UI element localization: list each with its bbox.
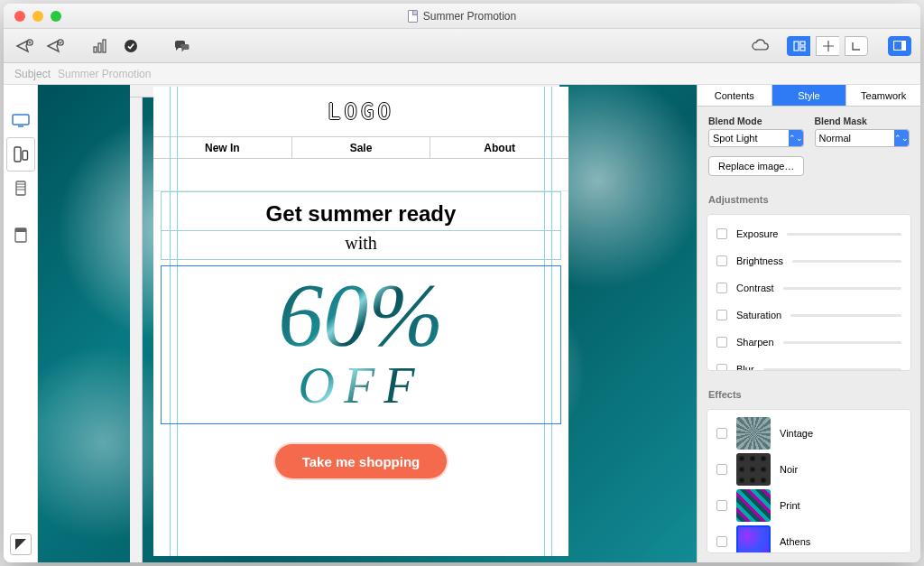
adjustment-row[interactable]: Sharpen bbox=[707, 329, 910, 356]
effect-swatch bbox=[736, 525, 771, 553]
send-test-button[interactable] bbox=[13, 35, 36, 57]
blend-mask-label: Blend Mask bbox=[815, 116, 910, 126]
inspector-tabs: Contents Style Teamwork bbox=[698, 85, 920, 107]
effects-panel: Vintage Noir Print Athens bbox=[707, 409, 911, 553]
checkbox[interactable] bbox=[716, 464, 727, 475]
percent-text: 60% bbox=[278, 264, 443, 365]
contrast-toggle[interactable] bbox=[10, 534, 32, 555]
slider[interactable] bbox=[792, 260, 901, 263]
logo-text: LOGO bbox=[328, 99, 394, 125]
off-text: OFF bbox=[162, 357, 560, 414]
toolbar bbox=[4, 29, 920, 63]
layout-grid-button[interactable] bbox=[787, 36, 810, 56]
selected-text-block[interactable]: 60% OFF bbox=[161, 265, 561, 424]
effect-swatch bbox=[736, 489, 771, 522]
checkbox[interactable] bbox=[716, 310, 727, 320]
chat-icon[interactable] bbox=[170, 35, 193, 57]
svg-rect-14 bbox=[16, 181, 25, 195]
effect-row[interactable]: Noir bbox=[707, 451, 910, 487]
slider[interactable] bbox=[783, 341, 901, 344]
adjustment-row[interactable]: Saturation bbox=[707, 302, 910, 329]
subject-bar: Subject Summer Promotion bbox=[4, 63, 920, 85]
svg-rect-12 bbox=[14, 147, 21, 162]
cloud-sync-button[interactable] bbox=[749, 35, 772, 57]
nav-item[interactable]: New In bbox=[153, 137, 292, 158]
checkmark-icon[interactable] bbox=[119, 35, 143, 57]
inspector-panel: Contents Style Teamwork Blend Mode Spot … bbox=[697, 85, 920, 562]
svg-rect-2 bbox=[94, 47, 97, 52]
chevron-updown-icon: ⌃⌄ bbox=[789, 130, 803, 146]
svg-rect-19 bbox=[15, 228, 26, 232]
adjustment-row[interactable]: Contrast bbox=[707, 274, 910, 302]
analytics-button[interactable] bbox=[88, 35, 112, 57]
canvas[interactable]: LOGO New In Sale About Get summer ready … bbox=[38, 85, 697, 562]
checkbox[interactable] bbox=[716, 255, 727, 266]
cta-button[interactable]: Take me shopping bbox=[275, 444, 447, 478]
device-text[interactable] bbox=[6, 218, 35, 253]
checkbox[interactable] bbox=[716, 283, 727, 293]
tab-style[interactable]: Style bbox=[772, 85, 847, 106]
effect-row[interactable]: Vintage bbox=[707, 415, 910, 451]
nav-item[interactable]: About bbox=[430, 137, 568, 158]
adjustments-panel: Exposure Brightness Contrast Saturation … bbox=[707, 214, 911, 371]
email-headline[interactable]: Get summer ready bbox=[161, 191, 561, 231]
checkbox[interactable] bbox=[716, 337, 727, 348]
layout-corner-button[interactable] bbox=[845, 36, 868, 56]
checkbox[interactable] bbox=[716, 500, 727, 511]
slider[interactable] bbox=[783, 287, 901, 290]
slider[interactable] bbox=[787, 233, 901, 236]
replace-image-button[interactable]: Replace image… bbox=[708, 156, 804, 176]
email-spacer[interactable] bbox=[153, 164, 568, 191]
adjustment-row[interactable]: Brightness bbox=[707, 247, 910, 274]
device-mobile[interactable] bbox=[6, 137, 35, 172]
svg-rect-8 bbox=[800, 47, 805, 51]
device-desktop[interactable] bbox=[6, 103, 35, 137]
tab-teamwork[interactable]: Teamwork bbox=[846, 85, 920, 106]
window-title: Summer Promotion bbox=[423, 10, 516, 23]
layout-center-button[interactable] bbox=[816, 36, 839, 56]
chevron-updown-icon: ⌃⌄ bbox=[894, 130, 909, 146]
svg-point-5 bbox=[125, 40, 137, 52]
email-subheadline[interactable]: with bbox=[161, 231, 561, 260]
checkbox[interactable] bbox=[716, 364, 727, 371]
checkbox[interactable] bbox=[716, 536, 727, 547]
blend-mask-select[interactable]: Normal ⌃⌄ bbox=[815, 129, 910, 147]
effect-swatch bbox=[736, 417, 771, 450]
checkbox[interactable] bbox=[716, 228, 727, 239]
subject-label: Subject bbox=[14, 68, 51, 80]
svg-rect-7 bbox=[800, 42, 805, 45]
checkbox[interactable] bbox=[716, 428, 727, 439]
effect-swatch bbox=[736, 453, 771, 486]
effect-row[interactable]: Athens bbox=[707, 524, 910, 553]
send-check-button[interactable] bbox=[43, 35, 67, 57]
adjustments-heading: Adjustments bbox=[708, 194, 910, 205]
svg-rect-13 bbox=[23, 151, 28, 160]
email-header[interactable]: LOGO bbox=[153, 87, 568, 137]
email-canvas[interactable]: LOGO New In Sale About Get summer ready … bbox=[153, 87, 568, 556]
nav-item[interactable]: Sale bbox=[292, 137, 431, 158]
adjustment-row[interactable]: Exposure bbox=[707, 220, 910, 247]
tab-contents[interactable]: Contents bbox=[698, 85, 772, 106]
effect-row[interactable]: Print bbox=[707, 487, 910, 524]
slider[interactable] bbox=[763, 368, 901, 371]
subject-value[interactable]: Summer Promotion bbox=[58, 68, 151, 80]
window-titlebar: Summer Promotion bbox=[4, 4, 920, 29]
slider[interactable] bbox=[790, 314, 901, 317]
device-tablet[interactable] bbox=[6, 172, 35, 206]
blend-mode-select[interactable]: Spot Light ⌃⌄ bbox=[708, 129, 804, 147]
effects-heading: Effects bbox=[708, 389, 910, 400]
svg-rect-11 bbox=[13, 115, 29, 125]
svg-rect-3 bbox=[98, 43, 101, 52]
adjustment-row[interactable]: Blur bbox=[707, 356, 910, 371]
blend-mode-label: Blend Mode bbox=[708, 116, 804, 126]
svg-rect-4 bbox=[103, 40, 106, 52]
svg-rect-10 bbox=[901, 42, 906, 51]
ruler-vertical bbox=[130, 97, 143, 562]
document-icon bbox=[408, 10, 418, 23]
device-rail bbox=[4, 85, 38, 562]
svg-rect-6 bbox=[794, 42, 799, 51]
panel-toggle-button[interactable] bbox=[888, 36, 911, 56]
email-nav: New In Sale About bbox=[153, 137, 568, 159]
